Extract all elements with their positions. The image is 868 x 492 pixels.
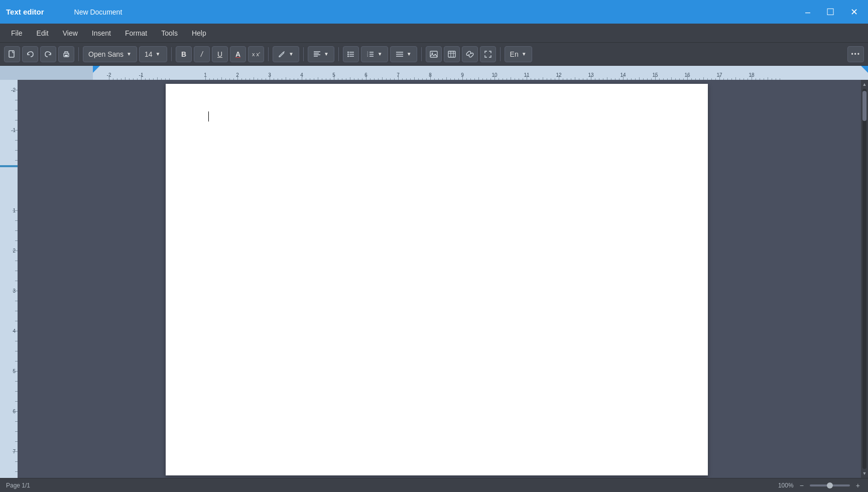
undo-button[interactable] [22, 46, 38, 62]
vertical-ruler-marks: -2-11234567 [0, 80, 18, 478]
minimize-button[interactable]: – [801, 6, 814, 19]
svg-point-12 [347, 55, 349, 57]
more-list-caret: ▼ [407, 51, 412, 57]
table-icon [448, 50, 456, 58]
print-button[interactable] [58, 46, 74, 62]
font-size-caret: ▼ [156, 51, 161, 57]
document-canvas[interactable] [18, 80, 861, 478]
svg-point-10 [347, 53, 349, 55]
toolbar: Open Sans ▼ 14 ▼ B / U A x x' ▼ ▼ [0, 43, 868, 66]
menu-edit[interactable]: Edit [30, 26, 56, 40]
more-options-button[interactable]: ••• [847, 46, 864, 62]
scroll-up-arrow[interactable]: ▲ [861, 81, 868, 88]
content-area: -2-11234567 ▲ ▼ [0, 80, 868, 478]
ruler-track: -2-1123456789101112131415161718 [93, 66, 868, 80]
separator-7 [500, 47, 501, 61]
fullscreen-icon [484, 50, 492, 58]
pen-icon [278, 50, 286, 58]
v-ruler-active-marker [0, 165, 18, 167]
zoom-in-button[interactable]: + [854, 480, 862, 490]
close-button[interactable]: ✕ [846, 6, 862, 19]
menu-insert[interactable]: Insent [85, 26, 118, 40]
zoom-out-button[interactable]: − [798, 480, 806, 490]
link-icon [466, 50, 474, 58]
font-name-dropdown[interactable]: Open Sans ▼ [83, 46, 137, 62]
redo-button[interactable] [40, 46, 56, 62]
status-right: 100% − + [778, 480, 862, 490]
language-label: En [510, 50, 519, 58]
ruler-marks: -2-1123456789101112131415161718 [93, 66, 868, 80]
lang-caret: ▼ [522, 51, 527, 57]
font-name-caret: ▼ [127, 51, 132, 57]
fullscreen-button[interactable] [480, 46, 496, 62]
menu-file[interactable]: File [4, 26, 30, 40]
text-cursor [208, 111, 209, 121]
scroll-track[interactable] [862, 89, 866, 469]
page-info: Page 1/1 [6, 482, 30, 489]
zoom-slider[interactable] [810, 484, 850, 486]
separator-5 [338, 47, 339, 61]
align-dropdown[interactable]: ▼ [308, 46, 334, 62]
zoom-level: 100% [778, 482, 794, 489]
font-color-icon: A [235, 50, 240, 58]
vertical-scrollbar[interactable]: ▲ ▼ [861, 80, 868, 478]
menu-tools[interactable]: Tools [154, 26, 185, 40]
maximize-button[interactable]: ☐ [822, 6, 838, 19]
svg-point-3 [68, 54, 69, 55]
doc-title: New Document [74, 8, 122, 16]
scroll-down-arrow[interactable]: ▼ [861, 470, 868, 477]
svg-rect-25 [448, 51, 455, 57]
menu-bar: File Edit View Insent Format Tools Help [0, 24, 868, 43]
app-title: Text editor [6, 8, 44, 16]
menu-help[interactable]: Help [185, 26, 213, 40]
more-list-dropdown[interactable]: ▼ [390, 46, 417, 62]
svg-rect-0 [9, 51, 14, 57]
list-caret: ▼ [378, 51, 383, 57]
language-dropdown[interactable]: En ▼ [505, 46, 532, 62]
insert-table-button[interactable] [444, 46, 460, 62]
svg-rect-2 [65, 55, 68, 56]
insert-link-button[interactable] [462, 46, 478, 62]
svg-point-8 [347, 51, 349, 53]
document-page[interactable] [166, 84, 708, 475]
pen-dropdown[interactable]: ▼ [273, 46, 299, 62]
separator-2 [171, 47, 172, 61]
unordered-list-icon [347, 50, 355, 58]
new-file-button[interactable] [4, 46, 20, 62]
pen-caret: ▼ [289, 51, 294, 57]
title-bar: Text editor New Document – ☐ ✕ [0, 0, 868, 24]
underline-button[interactable]: U [212, 46, 228, 62]
horizontal-ruler: -2-1123456789101112131415161718 [0, 66, 868, 80]
svg-rect-23 [430, 51, 437, 57]
svg-text:3.: 3. [367, 55, 368, 57]
ordered-list-icon: 1. 2. 3. [366, 50, 375, 58]
super-sub-button[interactable]: x x' [248, 46, 264, 62]
ruler-left-margin [0, 66, 93, 80]
list-dropdown[interactable]: 1. 2. 3. ▼ [361, 46, 388, 62]
font-name-label: Open Sans [88, 50, 123, 58]
font-size-dropdown[interactable]: 14 ▼ [139, 46, 167, 62]
status-bar: Page 1/1 100% − + [0, 478, 868, 492]
menu-format[interactable]: Format [118, 26, 154, 40]
zoom-slider-thumb [827, 482, 833, 488]
svg-point-24 [431, 52, 433, 54]
vertical-ruler: -2-11234567 [0, 80, 18, 478]
unordered-list-button[interactable] [343, 46, 359, 62]
separator-6 [421, 47, 422, 61]
separator-3 [268, 47, 269, 61]
font-color-button[interactable]: A [230, 46, 246, 62]
separator-4 [303, 47, 304, 61]
bold-button[interactable]: B [176, 46, 192, 62]
menu-view[interactable]: View [56, 26, 85, 40]
window-controls: – ☐ ✕ [801, 6, 862, 19]
font-size-label: 14 [145, 50, 153, 58]
image-icon [430, 50, 438, 58]
separator-1 [78, 47, 79, 61]
align-caret: ▼ [324, 51, 329, 57]
scroll-thumb[interactable] [862, 91, 866, 121]
italic-button[interactable]: / [194, 46, 210, 62]
align-icon [313, 50, 321, 58]
more-list-icon [396, 50, 404, 58]
more-icon: ••• [851, 51, 860, 58]
insert-image-button[interactable] [426, 46, 442, 62]
